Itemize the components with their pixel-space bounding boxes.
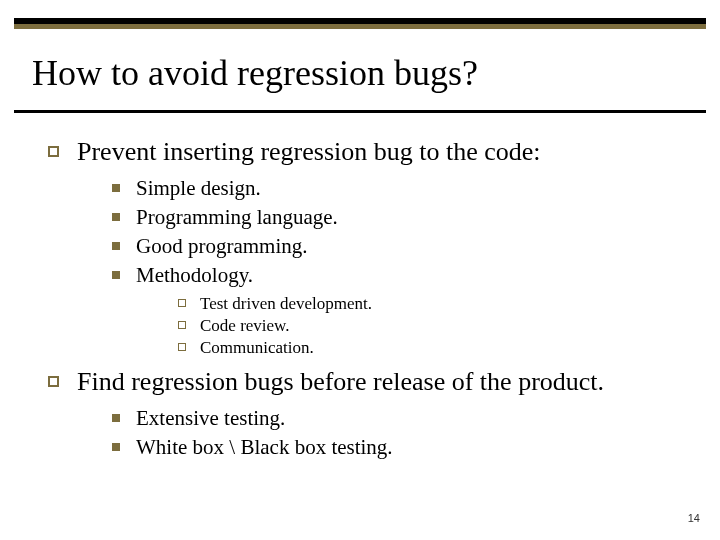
hollow-square-bullet-icon bbox=[48, 376, 59, 387]
square-bullet-icon bbox=[112, 213, 120, 221]
section: Prevent inserting regression bug to the … bbox=[48, 136, 680, 358]
level2-text: White box \ Black box testing. bbox=[136, 434, 393, 460]
level3-text: Code review. bbox=[200, 315, 290, 336]
level2-text: Extensive testing. bbox=[136, 405, 285, 431]
level3-item: Communication. bbox=[178, 337, 680, 358]
slide: How to avoid regression bugs? Prevent in… bbox=[0, 0, 720, 540]
accent-bar bbox=[14, 24, 706, 29]
hollow-square-bullet-icon bbox=[178, 343, 186, 351]
level2-text: Methodology. bbox=[136, 262, 253, 288]
level2-text: Good programming. bbox=[136, 233, 307, 259]
level2-item: Extensive testing. bbox=[112, 405, 680, 431]
title-underline bbox=[14, 110, 706, 113]
square-bullet-icon bbox=[112, 242, 120, 250]
square-bullet-icon bbox=[112, 271, 120, 279]
level2-item: Good programming. bbox=[112, 233, 680, 259]
square-bullet-icon bbox=[112, 184, 120, 192]
hollow-square-bullet-icon bbox=[178, 299, 186, 307]
level3-text: Test driven development. bbox=[200, 293, 372, 314]
level1-text: Prevent inserting regression bug to the … bbox=[77, 136, 541, 169]
level1-item: Find regression bugs before release of t… bbox=[48, 366, 680, 399]
page-number: 14 bbox=[688, 512, 700, 524]
level2-text: Simple design. bbox=[136, 175, 261, 201]
level3-list: Test driven development. Code review. Co… bbox=[178, 293, 680, 359]
square-bullet-icon bbox=[112, 414, 120, 422]
level2-item: Programming language. bbox=[112, 204, 680, 230]
level3-item: Test driven development. bbox=[178, 293, 680, 314]
hollow-square-bullet-icon bbox=[178, 321, 186, 329]
slide-title: How to avoid regression bugs? bbox=[32, 54, 478, 94]
level3-text: Communication. bbox=[200, 337, 314, 358]
level3-item: Code review. bbox=[178, 315, 680, 336]
content-area: Prevent inserting regression bug to the … bbox=[48, 130, 680, 464]
level2-item: Simple design. bbox=[112, 175, 680, 201]
level2-item: Methodology. bbox=[112, 262, 680, 288]
level1-item: Prevent inserting regression bug to the … bbox=[48, 136, 680, 169]
hollow-square-bullet-icon bbox=[48, 146, 59, 157]
section: Find regression bugs before release of t… bbox=[48, 366, 680, 460]
level1-text: Find regression bugs before release of t… bbox=[77, 366, 604, 399]
level2-list: Extensive testing. White box \ Black box… bbox=[112, 405, 680, 461]
square-bullet-icon bbox=[112, 443, 120, 451]
level2-text: Programming language. bbox=[136, 204, 338, 230]
level2-item: White box \ Black box testing. bbox=[112, 434, 680, 460]
level2-list: Simple design. Programming language. Goo… bbox=[112, 175, 680, 289]
